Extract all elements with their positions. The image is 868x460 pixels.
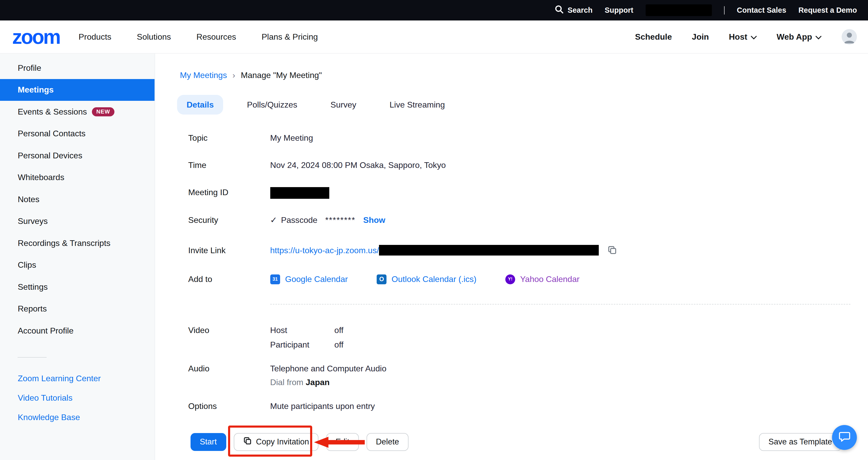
copy-invitation-button[interactable]: Copy Invitation <box>234 433 318 451</box>
add-to-label: Add to <box>188 274 270 285</box>
meeting-details: Topic My Meeting Time Nov 24, 2024 08:00… <box>188 132 868 412</box>
nav-plans-pricing[interactable]: Plans & Pricing <box>261 32 318 42</box>
zoom-logo[interactable]: zoom <box>12 27 60 47</box>
redacted-invite-link <box>379 245 599 256</box>
time-row: Time Nov 24, 2024 08:00 PM Osaka, Sappor… <box>188 160 868 171</box>
sidebar-item-events-sessions[interactable]: Events & Sessions NEW <box>0 101 155 122</box>
breadcrumb-my-meetings[interactable]: My Meetings <box>180 70 227 80</box>
main-header: zoom Products Solutions Resources Plans … <box>0 21 868 54</box>
breadcrumb-current: Manage "My Meeting" <box>241 70 322 80</box>
save-as-template-button[interactable]: Save as Template <box>759 433 841 451</box>
sidebar: Profile Meetings Events & Sessions NEW P… <box>0 54 155 460</box>
web-app-menu[interactable]: Web App <box>777 32 822 42</box>
delete-button[interactable]: Delete <box>367 433 408 451</box>
contact-sales-link[interactable]: Contact Sales <box>737 6 786 15</box>
header-actions: Schedule Join Host Web App <box>635 29 857 45</box>
main-content: My Meetings › Manage "My Meeting" Detail… <box>155 54 868 460</box>
sidebar-link-zoom-learning-center[interactable]: Zoom Learning Center <box>0 369 155 388</box>
show-passcode-link[interactable]: Show <box>363 215 385 225</box>
join-link[interactable]: Join <box>692 32 709 42</box>
video-participant-row: Participant off <box>270 339 343 351</box>
time-value: Nov 24, 2024 08:00 PM Osaka, Sapporo, To… <box>270 160 446 171</box>
tab-polls-quizzes[interactable]: Polls/Quizzes <box>238 95 307 114</box>
security-row: Security ✓Passcode********Show <box>188 214 868 226</box>
search-icon <box>555 5 564 16</box>
start-button[interactable]: Start <box>190 433 226 451</box>
audio-label: Audio <box>188 363 270 388</box>
support-link[interactable]: Support <box>605 6 633 15</box>
section-divider <box>270 304 850 305</box>
security-label: Security <box>188 214 270 226</box>
dial-country: Japan <box>306 378 330 387</box>
sidebar-divider <box>18 357 46 357</box>
passcode-mask: ******** <box>325 215 355 225</box>
topic-row: Topic My Meeting <box>188 132 868 144</box>
options-value: Mute participants upon entry <box>270 400 375 412</box>
video-participant-label: Participant <box>270 339 335 351</box>
host-menu[interactable]: Host <box>729 32 757 42</box>
copy-link-icon[interactable] <box>608 248 617 257</box>
sidebar-item-account-profile[interactable]: Account Profile <box>0 320 155 342</box>
edit-button[interactable]: Edit <box>326 433 359 451</box>
tab-live-streaming[interactable]: Live Streaming <box>380 95 454 114</box>
chat-bubble-icon <box>838 430 851 445</box>
sidebar-item-personal-devices[interactable]: Personal Devices <box>0 145 155 166</box>
chevron-down-icon <box>751 32 757 42</box>
meeting-tabs: Details Polls/Quizzes Survey Live Stream… <box>177 95 868 114</box>
avatar[interactable] <box>842 29 857 45</box>
topic-value: My Meeting <box>270 132 313 144</box>
sidebar-item-settings[interactable]: Settings <box>0 276 155 298</box>
new-badge: NEW <box>92 107 115 116</box>
google-calendar-link[interactable]: 31 Google Calendar <box>270 274 348 285</box>
sidebar-item-reports[interactable]: Reports <box>0 298 155 319</box>
tab-survey[interactable]: Survey <box>321 95 366 114</box>
invite-link-row: Invite Link https://u-tokyo-ac-jp.zoom.u… <box>188 245 868 258</box>
yahoo-calendar-link[interactable]: Y! Yahoo Calendar <box>505 274 580 285</box>
passcode-label: Passcode <box>281 215 317 225</box>
sidebar-item-profile[interactable]: Profile <box>0 57 155 79</box>
redacted-account-info <box>646 4 712 16</box>
sidebar-item-notes[interactable]: Notes <box>0 189 155 210</box>
yahoo-calendar-icon: Y! <box>505 275 515 284</box>
sidebar-link-video-tutorials[interactable]: Video Tutorials <box>0 388 155 408</box>
sidebar-link-knowledge-base[interactable]: Knowledge Base <box>0 408 155 427</box>
check-icon: ✓ <box>270 215 277 225</box>
sidebar-item-personal-contacts[interactable]: Personal Contacts <box>0 123 155 145</box>
add-to-row: Add to 31 Google Calendar O Outlook Cale… <box>188 274 868 285</box>
meeting-id-label: Meeting ID <box>188 186 270 199</box>
options-label: Options <box>188 400 270 412</box>
video-label: Video <box>188 324 270 351</box>
tab-details[interactable]: Details <box>177 95 223 114</box>
nav-resources[interactable]: Resources <box>196 32 236 42</box>
chevron-down-icon <box>815 32 822 42</box>
meeting-id-row: Meeting ID <box>188 186 868 199</box>
sidebar-item-whiteboards[interactable]: Whiteboards <box>0 167 155 189</box>
top-utility-bar: Search Support Contact Sales Request a D… <box>0 0 868 21</box>
video-row: Video Host off Participant off <box>188 324 868 351</box>
nav-products[interactable]: Products <box>79 32 112 42</box>
meeting-actions-bar: Start Copy Invitation Edit Delete Save a… <box>155 424 868 460</box>
sidebar-item-meetings[interactable]: Meetings <box>0 79 155 101</box>
outlook-calendar-link[interactable]: O Outlook Calendar (.ics) <box>377 274 476 285</box>
video-host-row: Host off <box>270 324 343 336</box>
schedule-link[interactable]: Schedule <box>635 32 672 42</box>
breadcrumb: My Meetings › Manage "My Meeting" <box>180 70 868 80</box>
video-host-label: Host <box>270 324 335 336</box>
invite-link-label: Invite Link <box>188 245 270 258</box>
redacted-meeting-id <box>270 187 330 199</box>
nav-solutions[interactable]: Solutions <box>137 32 171 42</box>
outlook-calendar-icon: O <box>377 275 386 284</box>
invite-url[interactable]: https://u-tokyo-ac-jp.zoom.us/ <box>270 246 379 255</box>
time-label: Time <box>188 160 270 171</box>
breadcrumb-chevron-icon: › <box>232 70 235 80</box>
search-label: Search <box>568 6 593 15</box>
request-demo-link[interactable]: Request a Demo <box>798 6 857 15</box>
sidebar-item-clips[interactable]: Clips <box>0 254 155 276</box>
sidebar-item-surveys[interactable]: Surveys <box>0 210 155 232</box>
video-participant-value: off <box>335 339 343 351</box>
search-button[interactable]: Search <box>555 5 592 16</box>
copy-icon <box>243 437 252 447</box>
dial-from-label: Dial from <box>270 378 303 387</box>
sidebar-item-recordings-transcripts[interactable]: Recordings & Transcripts <box>0 232 155 254</box>
options-row: Options Mute participants upon entry <box>188 400 868 412</box>
